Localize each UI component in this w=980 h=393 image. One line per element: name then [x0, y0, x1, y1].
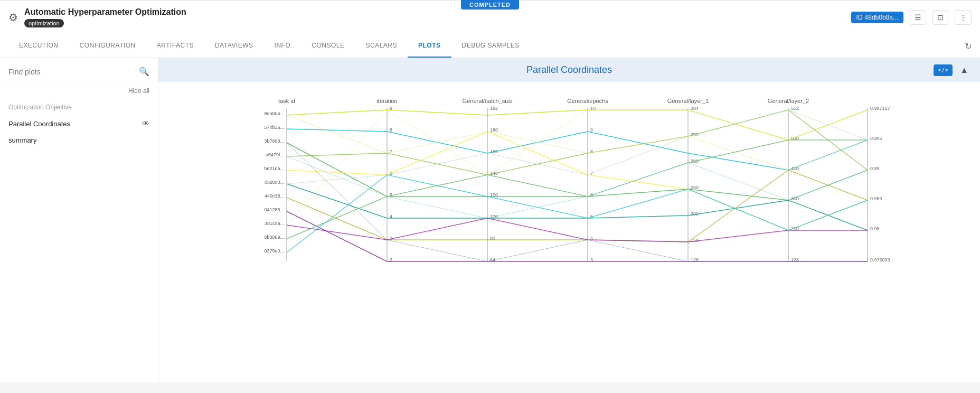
hide-all-row: Hide all: [0, 86, 158, 99]
chart-content: task id iteration General/batch_size Gen…: [158, 82, 980, 306]
svg-text:8: 8: [590, 149, 593, 154]
svg-text:192: 192: [490, 106, 498, 111]
svg-text:0.995: 0.995: [870, 136, 882, 141]
nav-tabs: EXECUTION CONFIGURATION ARTIFACTS DATAVI…: [0, 34, 980, 58]
svg-text:512: 512: [791, 106, 799, 111]
settings-icon: ⚙: [8, 11, 18, 24]
top-bar: COMPLETED: [0, 0, 980, 1]
sidebar-item-label-parallel: Parallel Coordinates: [8, 120, 70, 128]
collapse-button[interactable]: ▲: [957, 64, 972, 76]
tab-configuration[interactable]: CONFIGURATION: [69, 34, 146, 58]
svg-text:440c38...: 440c38...: [265, 193, 284, 199]
sidebar-item-summary[interactable]: summary: [0, 132, 158, 148]
hide-all-button[interactable]: Hide all: [128, 87, 149, 95]
chart-header-actions: </> ▲: [934, 64, 972, 76]
sidebar: 🔍 Hide all Optimization Objective Parall…: [0, 58, 158, 382]
optimization-badge: optimization: [24, 19, 64, 27]
status-badge: COMPLETED: [461, 0, 519, 10]
svg-text:0580c0...: 0580c0...: [265, 180, 284, 185]
split-view-button[interactable]: ⊡: [932, 10, 948, 25]
page-title: Automatic Hyperparameter Optimization: [24, 7, 186, 17]
svg-text:150: 150: [691, 238, 699, 243]
tab-artifacts[interactable]: ARTIFACTS: [146, 34, 204, 58]
id-value: 48db0b8a...: [865, 14, 898, 21]
svg-text:384: 384: [691, 106, 699, 111]
svg-text:0.976033: 0.976033: [870, 257, 890, 263]
svg-text:0375e0...: 0375e0...: [264, 248, 284, 254]
tab-console[interactable]: CONSOLE: [301, 34, 355, 58]
svg-text:3b7668...: 3b7668...: [264, 138, 284, 144]
id-label: ID: [856, 14, 863, 21]
svg-text:General/epochs: General/epochs: [567, 98, 608, 104]
chart-area: Parallel Coordinates </> ▲: [158, 58, 980, 382]
svg-text:task id: task id: [278, 98, 295, 104]
search-button[interactable]: 🔍: [139, 67, 149, 77]
svg-text:041285...: 041285...: [264, 207, 284, 212]
svg-text:0.985: 0.985: [870, 196, 882, 201]
refresh-button[interactable]: ↻: [965, 41, 972, 51]
tab-info[interactable]: INFO: [264, 34, 301, 58]
search-row: 🔍: [0, 67, 158, 81]
tab-dataviews[interactable]: DATAVIEWS: [204, 34, 264, 58]
more-options-button[interactable]: ⋮: [955, 10, 972, 25]
chart-title: Parallel Coordinates: [526, 64, 612, 76]
tab-debug-samples[interactable]: DEBUG SAMPLES: [451, 34, 530, 58]
id-badge: ID 48db0b8a...: [851, 12, 903, 23]
svg-text:iteration: iteration: [376, 98, 397, 104]
svg-text:574b36...: 574b36...: [264, 125, 284, 130]
header-actions: ID 48db0b8a... ☰ ⊡ ⋮: [851, 10, 972, 25]
svg-text:General/layer_2: General/layer_2: [768, 98, 809, 104]
svg-text:0.98: 0.98: [870, 226, 880, 231]
svg-text:a5479f...: a5479f...: [266, 152, 284, 157]
parallel-coordinates-chart: task id iteration General/batch_size Gen…: [169, 92, 969, 295]
svg-text:6b3869...: 6b3869...: [264, 235, 284, 240]
svg-text:8ea0e4...: 8ea0e4...: [264, 111, 284, 116]
list-view-button[interactable]: ☰: [910, 10, 926, 25]
svg-text:General/layer_1: General/layer_1: [667, 98, 709, 104]
embed-code-button[interactable]: </>: [934, 64, 953, 76]
tab-plots[interactable]: PLOTS: [408, 34, 451, 58]
svg-text:180: 180: [490, 127, 498, 133]
main-layout: 🔍 Hide all Optimization Objective Parall…: [0, 58, 980, 382]
svg-text:General/batch_size: General/batch_size: [463, 98, 513, 104]
chart-header: Parallel Coordinates </> ▲: [158, 58, 980, 82]
sidebar-item-label-summary: summary: [8, 136, 36, 144]
sidebar-item-parallel-coordinates[interactable]: Parallel Coordinates 👁: [0, 115, 158, 132]
svg-text:0.99: 0.99: [870, 166, 880, 171]
svg-text:be21da...: be21da...: [264, 166, 284, 171]
section-title-optimization: Optimization Objective: [0, 99, 158, 115]
tab-scalars[interactable]: SCALARS: [355, 34, 408, 58]
parallel-coords-svg: task id iteration General/batch_size Gen…: [169, 92, 969, 293]
tab-execution[interactable]: EXECUTION: [8, 34, 69, 58]
svg-text:0.997117: 0.997117: [870, 106, 890, 111]
eye-icon[interactable]: 👁: [142, 119, 149, 128]
title-area: Automatic Hyperparameter Optimization op…: [24, 7, 186, 27]
search-input[interactable]: [8, 68, 139, 76]
svg-text:381c5a...: 381c5a...: [265, 221, 284, 226]
